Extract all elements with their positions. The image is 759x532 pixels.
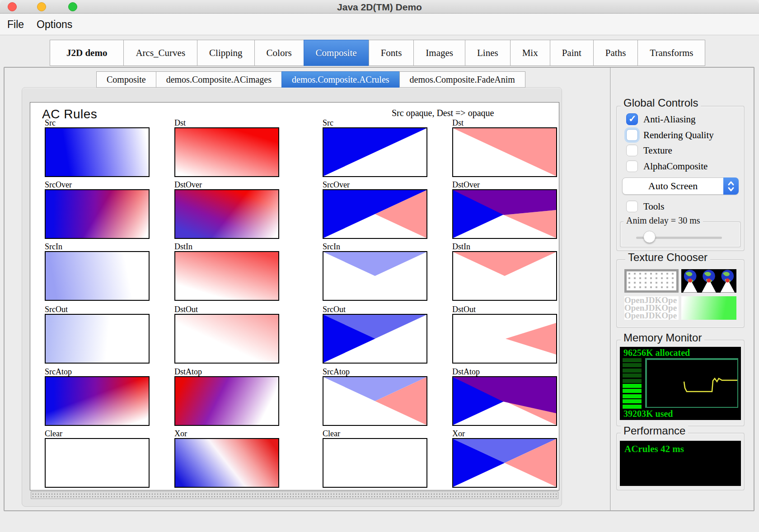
rule-graphic-dst-gradient — [174, 127, 279, 177]
rule-graphic-srcatop-triangle — [323, 376, 427, 426]
tab-mix[interactable]: Mix — [510, 40, 550, 66]
rule-cell: DstIn — [452, 243, 557, 301]
screen-dropdown[interactable]: Auto Screen — [622, 177, 739, 195]
texture-row: Texture — [626, 144, 672, 157]
menu-options[interactable]: Options — [30, 19, 79, 31]
cell-label: Src — [323, 119, 427, 127]
tab-paint[interactable]: Paint — [550, 40, 594, 66]
tab-colors[interactable]: Colors — [254, 40, 304, 66]
rule-cell: SrcIn — [323, 243, 427, 301]
tools-row: Tools — [626, 200, 664, 213]
tools-checkbox[interactable] — [626, 201, 638, 212]
rule-graphic-dstatop-triangle — [452, 376, 557, 426]
cell-label: DstIn — [174, 243, 279, 251]
rule-graphic-dstover-gradient — [174, 189, 279, 239]
cell-label: SrcIn — [45, 243, 150, 251]
rule-graphic-dstout-gradient — [174, 314, 279, 364]
cell-label: Clear — [323, 429, 427, 438]
cell-label: SrcAtop — [45, 368, 150, 376]
rule-graphic-xor-gradient — [174, 438, 279, 488]
rule-graphic-srcout-gradient — [45, 314, 150, 364]
tab-paths[interactable]: Paths — [593, 40, 638, 66]
memory-bar — [623, 399, 642, 403]
openjdk-text: OpenJDKOpe — [624, 312, 679, 319]
tab-j2d-demo[interactable]: J2D demo — [50, 40, 124, 66]
cell-label: DstAtop — [174, 368, 279, 376]
tab-acrules[interactable]: demos.Composite.ACrules — [281, 71, 400, 88]
main-tab-bar: J2D demo Arcs_Curves Clipping Colors Com… — [50, 40, 705, 66]
rule-cell: SrcOut — [45, 305, 150, 364]
rule-cell: DstAtop — [174, 368, 279, 426]
tab-fadeanim[interactable]: demos.Composite.FadeAnim — [399, 71, 525, 88]
rule-cell: SrcAtop — [323, 368, 427, 426]
anti-aliasing-checkbox[interactable] — [626, 113, 638, 125]
memory-bar — [623, 384, 642, 388]
rule-graphic-clear-gradient — [45, 438, 150, 488]
texture-swatch-stars[interactable] — [624, 269, 679, 293]
rule-cell: Src — [45, 119, 150, 177]
tab-composite[interactable]: Composite — [304, 40, 369, 66]
rule-graphic-dstatop-gradient — [174, 376, 279, 426]
memory-bar — [623, 389, 642, 393]
rule-cell: Xor — [174, 429, 279, 488]
tab-lines[interactable]: Lines — [465, 40, 511, 66]
memory-monitor-title: Memory Monitor — [621, 331, 704, 344]
screen-dropdown-value: Auto Screen — [623, 180, 723, 192]
cell-label: Dst — [174, 119, 279, 127]
texture-swatch-green-gradient[interactable] — [681, 296, 736, 320]
rule-cell: Dst — [174, 119, 279, 177]
cell-label: Xor — [174, 429, 279, 438]
rule-graphic-src-triangle — [323, 127, 427, 177]
tab-transforms[interactable]: Transforms — [637, 40, 705, 66]
memory-bar — [623, 358, 642, 362]
alphacomposite-checkbox[interactable] — [626, 160, 638, 172]
rule-cell: Src — [323, 119, 427, 177]
memory-usage-line — [646, 359, 737, 407]
menu-bar: File Options — [0, 14, 759, 35]
cell-label: DstOut — [452, 305, 557, 313]
texture-checkbox[interactable] — [626, 145, 638, 156]
rule-cell: Dst — [452, 119, 557, 177]
rule-cell: SrcOver — [45, 181, 150, 239]
anim-delay-title: Anim delay = 30 ms — [623, 215, 703, 226]
global-controls-title: Global Controls — [621, 97, 701, 109]
title-bar: Java 2D(TM) Demo — [0, 0, 759, 14]
memory-bar — [623, 394, 642, 398]
tab-images[interactable]: Images — [413, 40, 465, 66]
rule-cell: DstOver — [452, 181, 557, 239]
tools-label: Tools — [643, 201, 664, 212]
rule-graphic-srcin-triangle — [323, 251, 427, 301]
tab-fonts[interactable]: Fonts — [369, 40, 414, 66]
tab-composite-surface[interactable]: Composite — [96, 71, 156, 88]
anim-delay-slider-thumb[interactable] — [643, 231, 656, 243]
tab-clipping[interactable]: Clipping — [197, 40, 255, 66]
cell-label: DstAtop — [452, 368, 557, 376]
rule-cell: Clear — [45, 429, 150, 488]
cell-label: SrcOut — [45, 305, 150, 313]
tab-arcs-curves[interactable]: Arcs_Curves — [123, 40, 197, 66]
rendering-quality-checkbox[interactable] — [626, 129, 638, 141]
cell-label: Src — [45, 119, 150, 127]
window-title: Java 2D(TM) Demo — [0, 2, 759, 13]
horizontal-scrollbar[interactable] — [31, 491, 558, 499]
rule-graphic-srcout-triangle — [323, 314, 427, 364]
rule-graphic-dstin-gradient — [174, 251, 279, 301]
rule-cell: SrcOver — [323, 181, 427, 239]
anti-aliasing-label: Anti-Aliasing — [643, 114, 696, 125]
cell-label: SrcOut — [323, 305, 427, 313]
memory-bar — [623, 373, 642, 378]
cell-label: SrcAtop — [323, 368, 427, 376]
performance-title: Performance — [621, 425, 688, 437]
texture-swatch-earth[interactable] — [681, 269, 736, 293]
alphacomposite-row: AlphaComposite — [626, 160, 707, 173]
texture-chooser-title: Texture Chooser — [625, 251, 710, 264]
tab-acimages[interactable]: demos.Composite.ACimages — [156, 71, 282, 88]
texture-swatch-openjdk[interactable]: OpenJDKOpe OpenJDKOpe OpenJDKOpe — [624, 296, 679, 320]
rule-graphic-dst-triangle — [452, 127, 557, 177]
cell-label: SrcOver — [45, 181, 150, 189]
performance-display: ACrules 42 ms — [620, 441, 741, 486]
rule-cell: Clear — [323, 429, 427, 488]
rule-cell: DstOver — [174, 181, 279, 239]
menu-file[interactable]: File — [1, 19, 30, 31]
cell-label: Clear — [45, 429, 150, 438]
